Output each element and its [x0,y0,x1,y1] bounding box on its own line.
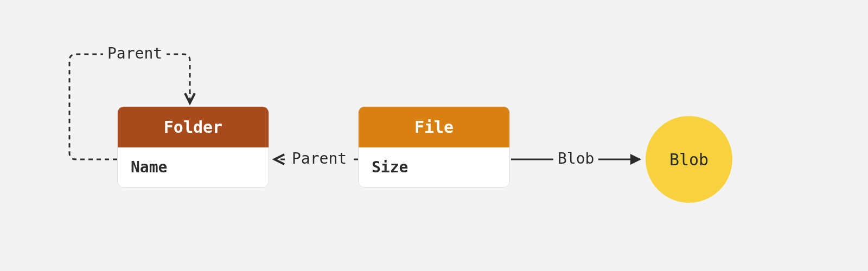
edge-label-folder-self: Parent [103,44,167,62]
edge-label-file-to-folder: Parent [288,150,351,167]
entity-file-title: File [359,107,509,147]
entity-folder-title: Folder [118,107,269,147]
edge-label-file-to-blob: Blob [553,150,598,167]
entity-folder-field-name: Name [118,147,269,187]
node-blob-label: Blob [669,150,709,169]
node-blob: Blob [646,116,732,203]
entity-folder: Folder Name [117,106,269,188]
entity-file-field-size: Size [359,147,509,187]
entity-file: File Size [358,106,510,188]
